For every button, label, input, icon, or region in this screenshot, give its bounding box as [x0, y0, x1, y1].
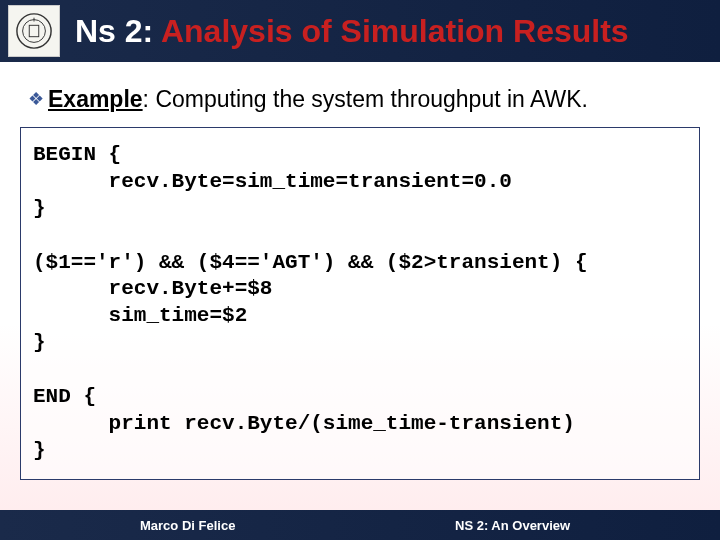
code-line: ($1=='r') && ($4=='AGT') && ($2>transien…: [33, 251, 588, 274]
title-prefix: Ns 2:: [75, 13, 161, 49]
example-text: Computing the system throughput in AWK.: [155, 86, 588, 112]
example-line: ❖Example: Computing the system throughpu…: [28, 86, 692, 113]
code-line: recv.Byte=sim_time=transient=0.0: [33, 170, 512, 193]
code-line: }: [33, 331, 46, 354]
code-line: }: [33, 197, 46, 220]
diamond-bullet-icon: ❖: [28, 89, 44, 109]
footer-course: NS 2: An Overview: [455, 518, 570, 533]
code-line: END {: [33, 385, 96, 408]
code-line: BEGIN {: [33, 143, 121, 166]
slide-header: Ns 2: Analysis of Simulation Results: [0, 0, 720, 62]
awk-code-block: BEGIN { recv.Byte=sim_time=transient=0.0…: [20, 127, 700, 480]
example-label: Example: [48, 86, 143, 112]
title-main: Analysis of Simulation Results: [161, 13, 629, 49]
code-line: sim_time=$2: [33, 304, 247, 327]
code-line: print recv.Byte/(sime_time-transient): [33, 412, 575, 435]
seal-icon: [15, 12, 53, 50]
example-colon: :: [143, 86, 156, 112]
code-line: }: [33, 439, 46, 462]
svg-point-1: [23, 20, 46, 43]
footer-author: Marco Di Felice: [140, 518, 235, 533]
slide-title: Ns 2: Analysis of Simulation Results: [75, 13, 629, 50]
university-seal-logo: [8, 5, 60, 57]
svg-rect-2: [29, 25, 39, 36]
code-line: recv.Byte+=$8: [33, 277, 272, 300]
slide-footer: Marco Di Felice NS 2: An Overview: [0, 510, 720, 540]
